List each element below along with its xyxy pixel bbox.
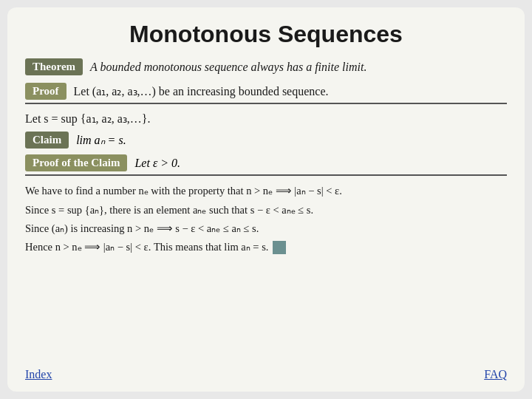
page-title: Monotonous Sequences bbox=[25, 21, 507, 48]
proof-claim-row: Proof of the Claim Let ε > 0. bbox=[25, 154, 507, 176]
find-text: We have to find a number nₑ with the pro… bbox=[25, 183, 507, 200]
main-container: Monotonous Sequences Theorem A bounded m… bbox=[7, 7, 525, 392]
proof-claim-badge: Proof of the Claim bbox=[25, 154, 127, 171]
proof-badge: Proof bbox=[25, 83, 66, 100]
sup-line: Let s = sup {a₁, a₂, a₃,…}. bbox=[25, 112, 507, 126]
hence-text: Hence n > nₑ ⟹ |aₙ − s| < ε. This means … bbox=[25, 241, 268, 253]
theorem-row: Theorem A bounded monotonous sequence al… bbox=[25, 58, 507, 75]
since1-text: Since s = sup {aₙ}, there is an element … bbox=[25, 204, 507, 216]
faq-link[interactable]: FAQ bbox=[484, 368, 507, 381]
theorem-badge: Theorem bbox=[25, 58, 83, 75]
proof-row: Proof Let (a₁, a₂, a₃,…) be an increasin… bbox=[25, 83, 507, 104]
footer: Index FAQ bbox=[25, 368, 507, 381]
claim-badge: Claim bbox=[25, 132, 69, 149]
claim-row: Claim lim aₙ = s. bbox=[25, 132, 507, 149]
index-link[interactable]: Index bbox=[25, 368, 52, 381]
theorem-text: A bounded monotonous sequence always has… bbox=[90, 61, 366, 74]
hence-row: Hence n > nₑ ⟹ |aₙ − s| < ε. This means … bbox=[25, 241, 507, 254]
qed-box bbox=[273, 241, 286, 254]
since2-text: Since (aₙ) is increasing n > nₑ ⟹ s − ε … bbox=[25, 222, 507, 235]
epsilon-text: Let ε > 0. bbox=[134, 157, 180, 170]
proof-text: Let (a₁, a₂, a₃,…) be an increasing boun… bbox=[74, 84, 329, 98]
claim-formula: lim aₙ = s. bbox=[76, 133, 126, 147]
